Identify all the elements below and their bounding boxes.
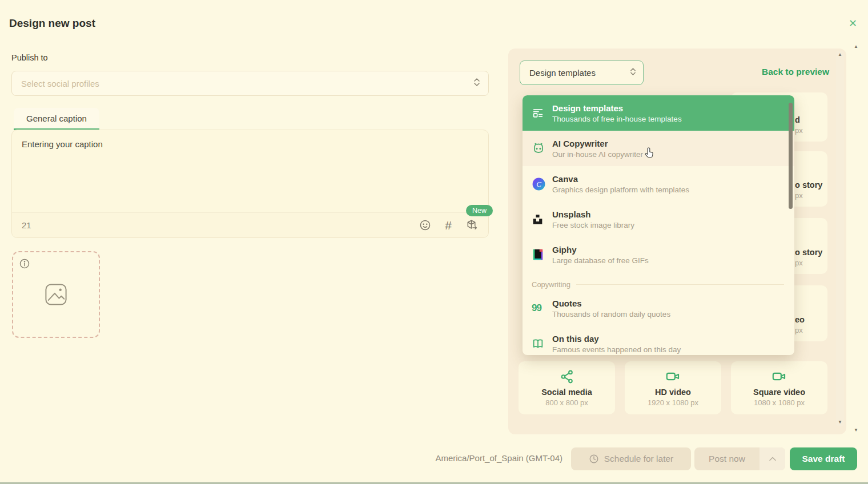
card-title: Social media (541, 388, 592, 397)
card-size: px (795, 259, 822, 267)
video-camera-icon (665, 369, 681, 384)
menu-item-canva[interactable]: C Canva Graphics design platform with te… (523, 166, 794, 201)
chevron-updown-icon (630, 67, 636, 78)
card-size: px (795, 126, 803, 135)
info-icon[interactable] (19, 258, 30, 269)
clock-icon (589, 454, 599, 464)
menu-item-title: On this day (552, 334, 681, 344)
menu-item-unsplash[interactable]: Unsplash Free stock image library (523, 201, 794, 237)
scroll-up-icon[interactable]: ▲ (854, 45, 858, 49)
template-card-social-media[interactable]: Social media 800 x 800 px (519, 361, 615, 414)
save-draft-label: Save draft (802, 454, 845, 464)
save-draft-button[interactable]: Save draft (790, 447, 857, 470)
menu-item-ai-copywriter[interactable]: AI Copywriter Our in-house AI copywriter (523, 131, 794, 166)
menu-item-subtitle: Thousands of random daily quotes (552, 310, 670, 318)
menu-section-copywriting: Copywriting (523, 272, 794, 291)
design-sources-panel: d px o story px o story px eo px Social … (508, 49, 846, 434)
card-title: HD video (655, 388, 691, 397)
card-size: 1080 x 1080 px (754, 398, 805, 407)
menu-item-subtitle: Free stock image library (552, 221, 634, 229)
scroll-down-icon[interactable]: ▼ (838, 420, 842, 425)
open-book-icon (532, 337, 552, 350)
quotes-icon: 99 (532, 302, 552, 314)
dropdown-scrollbar-thumb[interactable] (789, 103, 793, 209)
scroll-up-icon[interactable]: ▲ (838, 53, 842, 57)
schedule-for-later-button[interactable]: Schedule for later (571, 447, 691, 470)
post-now-label[interactable]: Post now (694, 447, 760, 470)
menu-item-subtitle: Thousands of free in-house templates (552, 115, 682, 123)
panel-scrollbar[interactable]: ▲▼ (836, 51, 844, 426)
page-scrollbar[interactable]: ▲▼ (852, 43, 860, 434)
card-title: Square video (753, 388, 805, 397)
menu-item-subtitle: Large database of free GIFs (552, 256, 649, 265)
template-card-hd-video[interactable]: HD video 1920 x 1080 px (625, 361, 721, 414)
menu-item-on-this-day[interactable]: On this day Famous events happened on th… (523, 326, 794, 355)
emoji-icon[interactable] (419, 219, 431, 231)
unsplash-icon (532, 213, 552, 225)
caption-toolbar: 21 # New (12, 212, 488, 237)
source-selector-value: Design templates (529, 68, 630, 78)
menu-item-design-templates[interactable]: Design templates Thousands of free in-ho… (523, 95, 794, 131)
chevron-updown-icon (473, 78, 480, 89)
new-feature-badge: New (466, 205, 493, 216)
card-size: px (795, 191, 822, 200)
card-size: px (795, 326, 805, 334)
template-card-square-video[interactable]: Square video 1080 x 1080 px (731, 361, 827, 414)
card-title: o story (795, 248, 822, 257)
menu-item-title: Unsplash (552, 209, 634, 219)
schedule-label: Schedule for later (604, 454, 674, 464)
card-title: o story (795, 180, 822, 189)
section-label: Copywriting (532, 280, 570, 289)
menu-item-subtitle: Our in-house AI copywriter (552, 150, 643, 159)
hashtag-icon[interactable]: # (445, 219, 452, 232)
templates-icon (532, 107, 552, 119)
publish-to-label: Publish to (11, 53, 48, 62)
canva-icon: C (532, 177, 552, 191)
share-icon (560, 369, 574, 384)
social-profiles-select[interactable]: Select social profiles (11, 71, 489, 96)
social-profiles-placeholder: Select social profiles (21, 79, 473, 88)
media-upload-dropzone[interactable] (12, 251, 100, 338)
svg-text:C: C (536, 180, 541, 188)
video-camera-icon (771, 369, 787, 384)
menu-item-giphy[interactable]: Giphy Large database of free GIFs (523, 237, 794, 272)
menu-item-title: Canva (552, 174, 689, 184)
design-cube-icon[interactable] (465, 219, 479, 232)
card-size: 800 x 800 px (545, 398, 588, 407)
menu-item-subtitle: Famous events happened on this day (552, 345, 681, 354)
post-options-toggle[interactable] (760, 447, 785, 470)
caption-text: Entering your caption (22, 139, 103, 149)
character-count: 21 (22, 220, 31, 230)
back-to-preview-link[interactable]: Back to preview (762, 67, 829, 77)
caption-editor[interactable]: Entering your caption 21 # New (11, 130, 489, 238)
card-title: eo (795, 315, 805, 324)
card-size: 1920 x 1080 px (648, 398, 698, 407)
mouse-hand-cursor (644, 147, 656, 159)
card-title: d (795, 115, 803, 124)
ai-robot-icon (532, 142, 552, 155)
menu-item-title: Giphy (552, 245, 649, 255)
menu-item-subtitle: Graphics design platform with templates (552, 185, 689, 194)
source-selector[interactable]: Design templates (520, 61, 644, 85)
design-new-post-modal: Design new post ✕ Publish to Select soci… (0, 0, 868, 484)
menu-item-title: Quotes (552, 299, 670, 308)
giphy-icon (532, 248, 552, 261)
image-placeholder-icon (43, 282, 69, 307)
menu-item-quotes[interactable]: 99 Quotes Thousands of random daily quot… (523, 291, 794, 326)
scroll-down-icon[interactable]: ▼ (854, 428, 858, 433)
timezone-label: America/Port_of_Spain (GMT-04) (435, 453, 562, 463)
source-dropdown-menu: Design templates Thousands of free in-ho… (523, 95, 794, 355)
caption-toolbar-icons: # (419, 219, 479, 232)
tab-general-caption[interactable]: General caption (14, 108, 99, 130)
post-now-split-button[interactable]: Post now (694, 447, 785, 470)
chevron-up-icon (769, 457, 776, 461)
menu-item-title: Design templates (552, 103, 682, 113)
tab-label: General caption (26, 114, 87, 123)
page-title: Design new post (9, 17, 95, 30)
menu-item-title: AI Copywriter (552, 139, 643, 148)
close-icon[interactable]: ✕ (849, 18, 857, 29)
